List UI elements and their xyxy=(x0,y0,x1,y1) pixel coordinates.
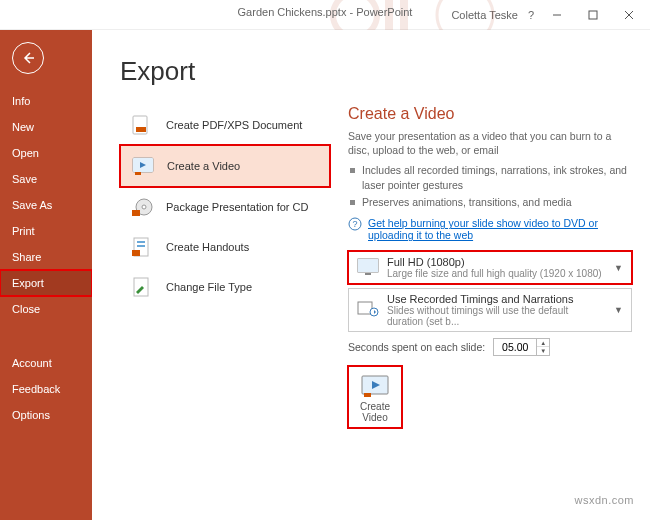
svg-rect-9 xyxy=(136,127,146,132)
option-create-video[interactable]: Create a Video xyxy=(120,145,330,187)
minimize-icon xyxy=(552,10,562,20)
spinner-up-icon[interactable]: ▲ xyxy=(537,339,549,347)
user-name[interactable]: Coletta Teske xyxy=(451,9,517,21)
option-create-handouts[interactable]: Create Handouts xyxy=(120,227,330,267)
sidebar-item-new[interactable]: New xyxy=(0,114,92,140)
monitor-icon xyxy=(357,258,379,278)
sidebar-item-account[interactable]: Account xyxy=(0,350,92,376)
sidebar-item-export[interactable]: Export xyxy=(0,270,92,296)
maximize-icon xyxy=(588,10,598,20)
export-options-list: Create PDF/XPS Document Create a Video P… xyxy=(120,105,330,428)
minimize-button[interactable] xyxy=(544,5,570,25)
create-video-text: Create Video xyxy=(353,401,397,423)
svg-rect-26 xyxy=(365,273,371,275)
seconds-input[interactable] xyxy=(494,341,536,353)
svg-rect-25 xyxy=(358,259,378,272)
chevron-down-icon: ▼ xyxy=(614,263,623,273)
backstage-sidebar: Info New Open Save Save As Print Share E… xyxy=(0,30,92,520)
svg-rect-19 xyxy=(137,245,145,247)
svg-point-15 xyxy=(142,205,146,209)
seconds-label: Seconds spent on each slide: xyxy=(348,341,485,353)
chevron-down-icon: ▼ xyxy=(614,305,623,315)
quality-dropdown[interactable]: Full HD (1080p) Large file size and full… xyxy=(348,251,632,284)
svg-rect-32 xyxy=(364,393,371,397)
create-video-button[interactable]: Create Video xyxy=(348,366,402,428)
spinner-down-icon[interactable]: ▼ xyxy=(537,347,549,355)
sidebar-item-print[interactable]: Print xyxy=(0,218,92,244)
help-link[interactable]: Get help burning your slide show video t… xyxy=(368,217,632,241)
quality-label: Full HD (1080p) xyxy=(387,256,602,268)
help-button[interactable]: ? xyxy=(528,9,534,21)
help-row: ? Get help burning your slide show video… xyxy=(348,217,632,241)
content-pane: Export Create PDF/XPS Document Create a … xyxy=(92,30,650,520)
detail-description: Save your presentation as a video that y… xyxy=(348,129,632,157)
filetype-icon xyxy=(128,275,156,299)
svg-rect-16 xyxy=(132,210,140,216)
option-create-pdf[interactable]: Create PDF/XPS Document xyxy=(120,105,330,145)
option-label: Create a Video xyxy=(167,160,240,172)
svg-rect-18 xyxy=(137,241,145,243)
titlebar: Garden Chickens.pptx - PowerPoint Colett… xyxy=(0,0,650,30)
help-question-icon: ? xyxy=(348,217,362,233)
close-button[interactable] xyxy=(616,5,642,25)
pdf-icon xyxy=(128,113,156,137)
option-label: Change File Type xyxy=(166,281,252,293)
timings-sub: Slides without timings will use the defa… xyxy=(387,305,606,327)
timings-dropdown[interactable]: Use Recorded Timings and Narrations Slid… xyxy=(348,288,632,332)
sidebar-item-feedback[interactable]: Feedback xyxy=(0,376,92,402)
option-label: Package Presentation for CD xyxy=(166,201,308,213)
detail-heading: Create a Video xyxy=(348,105,632,123)
page-title: Export xyxy=(120,56,632,87)
maximize-button[interactable] xyxy=(580,5,606,25)
sidebar-item-save[interactable]: Save xyxy=(0,166,92,192)
cd-icon xyxy=(128,195,156,219)
option-package-cd[interactable]: Package Presentation for CD xyxy=(120,187,330,227)
video-icon xyxy=(129,154,157,178)
window-title: Garden Chickens.pptx - PowerPoint xyxy=(238,6,413,18)
sidebar-item-options[interactable]: Options xyxy=(0,402,92,428)
svg-rect-20 xyxy=(132,250,140,256)
video-detail-pane: Create a Video Save your presentation as… xyxy=(348,105,632,428)
bullet-item: Includes all recorded timings, narration… xyxy=(348,163,632,192)
handouts-icon xyxy=(128,235,156,259)
option-label: Create Handouts xyxy=(166,241,249,253)
option-change-filetype[interactable]: Change File Type xyxy=(120,267,330,307)
back-button[interactable] xyxy=(12,42,44,74)
back-arrow-icon xyxy=(21,51,35,65)
quality-sub: Large file size and full high quality (1… xyxy=(387,268,602,279)
bullet-item: Preserves animations, transitions, and m… xyxy=(348,195,632,210)
sidebar-item-close[interactable]: Close xyxy=(0,296,92,322)
svg-text:?: ? xyxy=(352,219,357,229)
sidebar-item-info[interactable]: Info xyxy=(0,88,92,114)
watermark: wsxdn.com xyxy=(574,494,634,506)
create-video-icon xyxy=(359,373,391,399)
sidebar-item-saveas[interactable]: Save As xyxy=(0,192,92,218)
timings-icon xyxy=(357,300,379,320)
timings-label: Use Recorded Timings and Narrations xyxy=(387,293,606,305)
sidebar-item-share[interactable]: Share xyxy=(0,244,92,270)
svg-rect-5 xyxy=(589,11,597,19)
seconds-spinner[interactable]: ▲ ▼ xyxy=(493,338,550,356)
svg-rect-13 xyxy=(135,172,141,175)
feature-bullets: Includes all recorded timings, narration… xyxy=(348,163,632,209)
close-icon xyxy=(624,10,634,20)
option-label: Create PDF/XPS Document xyxy=(166,119,302,131)
sidebar-item-open[interactable]: Open xyxy=(0,140,92,166)
